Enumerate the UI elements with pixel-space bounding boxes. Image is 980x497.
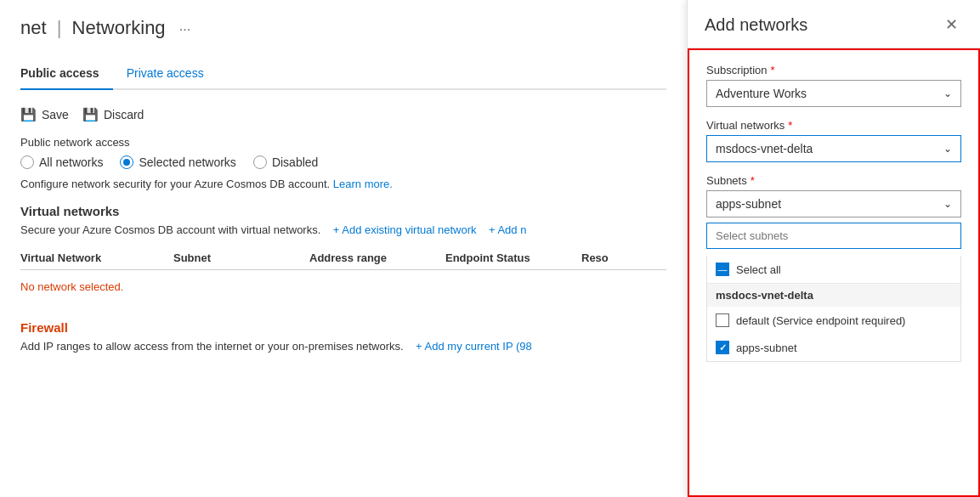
vnet-required: * xyxy=(788,119,792,132)
add-existing-vnet-link[interactable]: + Add existing virtual network xyxy=(333,223,477,236)
network-access-label: Public network access xyxy=(20,136,666,149)
subnets-required: * xyxy=(751,174,755,187)
no-data-message: No network selected. xyxy=(20,280,666,293)
table-header: Virtual Network Subnet Address range End… xyxy=(20,246,666,270)
radio-circle-disabled xyxy=(253,155,267,169)
virtual-network-select[interactable]: msdocs-vnet-delta ⌄ xyxy=(706,135,961,162)
radio-selected-networks[interactable]: Selected networks xyxy=(120,155,235,169)
select-all-row[interactable]: Select all xyxy=(707,256,960,284)
drawer-header: Add networks ✕ xyxy=(688,0,980,48)
vnet-chevron-icon: ⌄ xyxy=(943,143,952,155)
subnets-chevron-icon: ⌄ xyxy=(943,198,952,210)
tab-bar: Public access Private access xyxy=(20,59,666,90)
subnet-apps-checkbox[interactable] xyxy=(716,341,729,354)
virtual-networks-desc: Secure your Azure Cosmos DB account with… xyxy=(20,223,666,236)
subnets-select[interactable]: apps-subnet ⌄ xyxy=(706,190,961,217)
drawer-title: Add networks xyxy=(705,15,807,35)
radio-all-networks[interactable]: All networks xyxy=(20,155,103,169)
save-button[interactable]: 💾 Save xyxy=(20,107,69,122)
radio-disabled[interactable]: Disabled xyxy=(253,155,318,169)
save-icon: 💾 xyxy=(20,107,37,122)
subnet-apps-item[interactable]: apps-subnet xyxy=(707,334,960,361)
subnets-field: Subnets * apps-subnet ⌄ Select all msdoc… xyxy=(706,174,961,362)
firewall-desc: Add IP ranges to allow access from the i… xyxy=(20,340,666,353)
discard-icon: 💾 xyxy=(82,107,99,122)
subscription-field: Subscription * Adventure Works ⌄ xyxy=(706,64,961,107)
subnet-checkbox-list: Select all msdocs-vnet-delta default (Se… xyxy=(706,256,961,362)
radio-group: All networks Selected networks Disabled xyxy=(20,155,666,169)
subscription-required: * xyxy=(771,64,775,76)
subscription-select[interactable]: Adventure Works ⌄ xyxy=(706,80,961,107)
subnet-search-input[interactable] xyxy=(706,223,961,249)
toolbar: 💾 Save 💾 Discard xyxy=(20,107,666,122)
virtual-network-field: Virtual networks * msdocs-vnet-delta ⌄ xyxy=(706,119,961,162)
radio-circle-all xyxy=(20,155,34,169)
tab-public-access[interactable]: Public access xyxy=(20,59,113,88)
drawer-close-button[interactable]: ✕ xyxy=(940,14,963,36)
subnet-group-label: msdocs-vnet-delta xyxy=(707,284,960,307)
page-ellipsis[interactable]: ··· xyxy=(179,22,190,37)
add-new-vnet-link[interactable]: + Add n xyxy=(489,223,526,236)
subnet-default-item[interactable]: default (Service endpoint required) xyxy=(707,307,960,334)
tab-private-access[interactable]: Private access xyxy=(127,59,218,88)
subnets-label: Subnets * xyxy=(706,174,961,187)
subscription-label: Subscription * xyxy=(706,64,961,76)
title-separator: | xyxy=(57,17,62,38)
firewall-title: Firewall xyxy=(20,320,666,335)
discard-button[interactable]: 💾 Discard xyxy=(82,107,144,122)
radio-circle-selected xyxy=(120,155,133,169)
main-panel: net | Networking ··· Public access Priva… xyxy=(0,0,687,497)
select-all-checkbox[interactable] xyxy=(716,263,729,276)
info-text: Configure network security for your Azur… xyxy=(20,178,666,190)
subscription-chevron-icon: ⌄ xyxy=(943,88,952,99)
page-title: net | Networking ··· xyxy=(20,17,666,39)
drawer-content: Subscription * Adventure Works ⌄ Virtual… xyxy=(688,48,980,497)
learn-more-link[interactable]: Learn more. xyxy=(333,178,393,190)
subnet-default-checkbox[interactable] xyxy=(716,313,729,327)
virtual-network-label: Virtual networks * xyxy=(706,119,961,132)
table-body: No network selected. xyxy=(20,270,666,303)
add-networks-drawer: Add networks ✕ Subscription * Adventure … xyxy=(687,0,980,497)
virtual-networks-title: Virtual networks xyxy=(20,204,666,218)
add-ip-link[interactable]: + Add my current IP (98 xyxy=(416,340,532,353)
